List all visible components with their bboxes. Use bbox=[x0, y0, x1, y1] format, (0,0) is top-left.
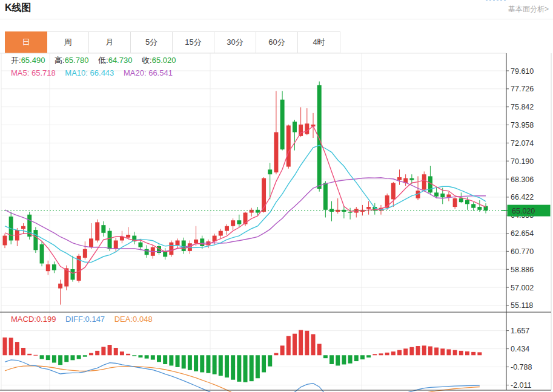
price-tick-label: 57.002 bbox=[511, 284, 534, 292]
ohlc-readout: 开:65.490 高:65.780 低:64.730 收:65.020 bbox=[11, 55, 183, 66]
low-label: 低: bbox=[98, 56, 108, 65]
diff-label: DIFF: bbox=[65, 315, 85, 324]
price-tick-label: 60.770 bbox=[511, 247, 534, 256]
price-tick-label: 62.654 bbox=[511, 229, 534, 238]
macd-histogram bbox=[3, 330, 482, 382]
price-tick-label: 58.886 bbox=[511, 266, 534, 274]
dea-line bbox=[5, 366, 480, 392]
close-value: 65.020 bbox=[152, 56, 176, 65]
ma20-label: MA20: bbox=[124, 68, 147, 77]
macd-tick-label: 1.657 bbox=[511, 327, 529, 335]
macd-readout: MACD:0.199 DIFF:0.147 DEA:0.048 bbox=[11, 315, 160, 324]
ma-readout: MA5: 65.718 MA10: 66.443 MA20: 66.541 bbox=[11, 68, 180, 77]
price-tick-label: 70.190 bbox=[511, 157, 534, 166]
diff-line bbox=[5, 360, 480, 392]
macd-tick-label: -0.788 bbox=[511, 363, 532, 371]
macd-value: 0.199 bbox=[36, 315, 56, 324]
price-tick-label: 77.726 bbox=[511, 85, 534, 93]
candles bbox=[3, 82, 488, 305]
high-value: 65.780 bbox=[65, 56, 89, 65]
dea-label: DEA: bbox=[114, 315, 133, 324]
dea-value: 0.048 bbox=[133, 315, 153, 324]
svg-text:65.020: 65.020 bbox=[512, 207, 535, 215]
price-tick-label: 72.074 bbox=[511, 139, 534, 148]
current-price-tag: 65.020 bbox=[502, 205, 551, 217]
high-label: 高: bbox=[55, 56, 65, 65]
close-label: 收: bbox=[142, 56, 152, 65]
ma5-label: MA5: bbox=[11, 68, 29, 77]
price-tick-label: 68.306 bbox=[511, 175, 534, 184]
macd-tick-label: 0.434 bbox=[511, 345, 529, 353]
low-value: 64.730 bbox=[108, 56, 133, 65]
macd-tick-label: -2.011 bbox=[511, 381, 532, 390]
ma10-label: MA10: bbox=[65, 68, 88, 77]
ma10-value: 66.443 bbox=[90, 68, 114, 77]
price-tick-label: 66.422 bbox=[511, 193, 534, 201]
ma20-value: 66.541 bbox=[148, 68, 173, 77]
kline-page: { "header": { "title": "K线图", "link": "基… bbox=[0, 0, 553, 392]
price-axis-labels: 79.61077.72675.84273.95872.07470.19068.3… bbox=[506, 67, 534, 310]
open-label: 开: bbox=[11, 56, 21, 65]
price-tick-label: 79.610 bbox=[511, 67, 534, 76]
macd-label: MACD: bbox=[11, 315, 36, 324]
macd-axis-labels: 1.6570.434-0.788-2.011 bbox=[506, 327, 532, 390]
ma5-value: 65.718 bbox=[31, 68, 56, 77]
diff-value: 0.147 bbox=[85, 315, 105, 324]
gridlines bbox=[1, 53, 506, 390]
price-tick-label: 73.958 bbox=[511, 121, 534, 129]
open-value: 65.490 bbox=[21, 56, 45, 65]
price-tick-label: 55.118 bbox=[511, 301, 533, 310]
price-tick-label: 75.842 bbox=[511, 103, 534, 111]
